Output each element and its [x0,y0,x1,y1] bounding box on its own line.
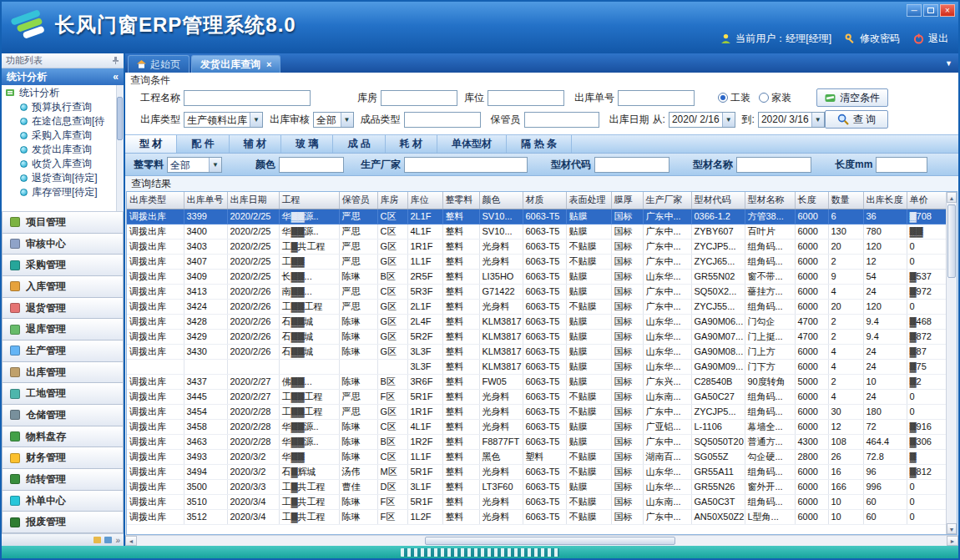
table-row[interactable]: 调拨出库34292020/2/26石▓▓城陈琳G区5R2F整料KLM381760… [127,329,946,344]
table-row[interactable]: 调拨出库34132020/2/26南▓▓...严思C区5R3F整料G714226… [127,284,946,299]
column-header-14[interactable]: 型材名称 [745,192,795,209]
more-icon[interactable]: » [115,536,120,545]
chevron-down-icon[interactable]: ▼ [341,113,353,127]
length-input[interactable] [876,157,927,173]
material-tab[interactable]: 型 材 [125,135,177,153]
column-header-1[interactable]: 出库单号 [184,192,227,209]
chevron-down-icon[interactable]: ▼ [209,158,221,172]
color-input[interactable] [279,157,344,173]
jiazhuang-radio-label[interactable]: 家装 [771,91,791,105]
horizontal-scrollbar-thumb[interactable] [425,537,675,545]
table-row[interactable]: 调拨出库34282020/2/26石▓▓城陈琳G区2L4F整料KLM381760… [127,314,946,329]
sidebar-menu-item[interactable]: 报废管理 [2,512,124,533]
table-row[interactable]: 调拨出库34582020/2/28华▓▓源..陈琳C区4L1F整料光身料6063… [127,419,946,434]
gongzhuang-radio-label[interactable]: 工装 [730,91,750,105]
column-header-2[interactable]: 出库日期 [227,192,279,209]
chevron-down-icon[interactable]: ▼ [250,113,262,127]
vertical-scrollbar[interactable]: ▲ ▼ [946,192,957,534]
table-row[interactable]: 调拨出库34002020/2/25华▓▓源..严思C区4L1F整料SV10...… [127,224,946,239]
material-tab[interactable]: 隔 热 条 [507,135,572,153]
manufacturer-input[interactable] [404,157,528,173]
material-tab[interactable]: 成 品 [333,135,385,153]
tree-root-statistics[interactable]: 统计分析 [2,85,124,100]
column-header-0[interactable]: 出库类型 [127,192,184,209]
sidebar-menu-item[interactable]: 财务管理 [2,447,124,469]
document-tab[interactable]: 起始页 [128,55,189,73]
tree-item[interactable]: 预算执行查询 [2,100,124,114]
table-row[interactable]: 调拨出库34452020/2/27工▓▓工程严思F区5R1F整料光身料6063-… [127,389,946,404]
column-header-3[interactable]: 工程 [279,192,339,209]
chevron-down-icon[interactable]: ▼ [722,113,735,127]
column-header-4[interactable]: 保管员 [339,192,377,209]
sidebar-menu-item[interactable]: 入库管理 [2,276,124,298]
change-password-button[interactable]: 修改密码 [845,32,900,46]
column-header-6[interactable]: 库位 [407,192,442,209]
scroll-left-icon[interactable]: ◄ [125,536,137,546]
table-row[interactable]: 调拨出库35002020/3/3工▓共工程曹佳D区3L1F整料LT3F60606… [127,479,946,494]
scroll-right-icon[interactable]: ► [947,536,958,546]
table-row[interactable]: 调拨出库34072020/2/25工▓▓严思G区1L1F整料光身料6063-T5… [127,254,946,269]
material-tab[interactable]: 配 件 [177,135,229,153]
warehouse-input[interactable] [381,90,457,106]
logout-button[interactable]: 退出 [913,32,948,46]
tree-item[interactable]: 发货出库查询 [2,143,124,157]
table-row[interactable]: 调拨出库34372020/2/27佛▓▓...陈琳B区3R6F整料FW05606… [127,374,946,389]
table-row[interactable]: 3L3F整料KLM38176063-T5贴膜国标山东华...GA90M09...… [127,359,946,374]
material-tab[interactable]: 玻 璃 [281,135,333,153]
material-tab[interactable]: 耗 材 [386,135,437,153]
product-type-input[interactable] [404,112,481,128]
sidebar-menu-item[interactable]: 退库管理 [2,319,124,341]
keeper-input[interactable] [524,112,599,128]
column-header-11[interactable]: 膜厚 [611,192,643,209]
material-tab[interactable]: 单体型材 [437,135,507,153]
column-header-12[interactable]: 生产厂家 [643,192,691,209]
pin-icon[interactable] [112,57,119,64]
location-input[interactable] [488,90,564,106]
tab-close-icon[interactable]: × [266,60,271,68]
column-header-5[interactable]: 库房 [377,192,407,209]
profile-code-input[interactable] [594,157,669,173]
date-to-picker[interactable]: 2020/ 3/16 ▼ [758,112,825,128]
table-row[interactable]: 调拨出库34302020/2/26石▓▓城陈琳G区3L3F整料KLM381760… [127,344,946,359]
document-tab[interactable]: 发货出库查询 × [191,55,280,73]
gongzhuang-radio[interactable] [718,93,728,103]
sidebar-group-header[interactable]: 统计分析 « [2,68,124,85]
project-name-input[interactable] [184,90,311,106]
column-header-16[interactable]: 数量 [828,192,863,209]
table-row[interactable]: 调拨出库34932020/3/2华▓▓陈琳C区1L1F整料黑色塑料不贴膜国标湖南… [127,449,946,464]
column-header-18[interactable]: 单价 [907,192,946,209]
sidebar-menu-item[interactable]: 仓储管理 [2,405,124,426]
column-header-10[interactable]: 表面处理 [566,192,611,209]
horizontal-scrollbar[interactable]: ◄ ► [125,535,958,546]
table-row[interactable]: 调拨出库34092020/2/25长▓▓...陈琳B区2R5F整料LI35HO6… [127,269,946,284]
tree-scrollbar-thumb[interactable] [117,97,123,140]
table-row[interactable]: 调拨出库34242020/2/26工▓▓工程严思G区2L1F整料光身料6063-… [127,299,946,314]
material-tab[interactable]: 辅 材 [230,135,281,153]
tree-item[interactable]: 在途信息查询[待 [2,114,124,129]
table-row[interactable]: 调拨出库34632020/2/28华▓▓源..陈琳B区1R2F整料F8877FT… [127,434,946,449]
tree-scrollbar[interactable] [116,85,124,211]
whole-part-select[interactable]: 全部 ▼ [167,157,222,173]
sidebar-menu-item[interactable]: 退货管理 [2,298,124,320]
out-type-select[interactable]: 生产领料出库 ▼ [184,112,263,128]
table-row[interactable]: 调拨出库35122020/3/4工▓共工程陈琳F区1L2F整料光身料6063-T… [127,509,946,524]
sidebar-menu-item[interactable]: 出库管理 [2,362,124,384]
table-row[interactable]: 调拨出库35102020/3/4工▓共工程陈琳F区5R1F整料光身料6063-T… [127,494,946,509]
column-header-13[interactable]: 型材代码 [691,192,745,209]
chevron-down-icon[interactable]: ▼ [811,113,824,127]
column-header-8[interactable]: 颜色 [479,192,523,209]
table-row[interactable]: 调拨出库34542020/2/28工▓▓工程严思G区1R1F整料光身料6063-… [127,404,946,419]
maximize-button[interactable] [923,4,938,17]
order-no-input[interactable] [618,90,695,106]
sidebar-menu-item[interactable]: 结转管理 [2,469,124,491]
column-header-17[interactable]: 出库长度 [863,192,907,209]
tree-item[interactable]: 库存管理[待定] [2,185,124,199]
search-button[interactable]: 查 询 [825,110,888,129]
folder-icon[interactable] [93,537,101,543]
sidebar-menu-item[interactable]: 采购管理 [2,255,124,276]
jiazhuang-radio[interactable] [759,93,769,103]
collapse-icon[interactable]: « [113,71,119,83]
date-from-picker[interactable]: 2020/ 2/16 ▼ [669,112,735,128]
sidebar-menu-item[interactable]: 审核中心 [2,234,124,255]
monitor-icon[interactable] [104,537,112,543]
